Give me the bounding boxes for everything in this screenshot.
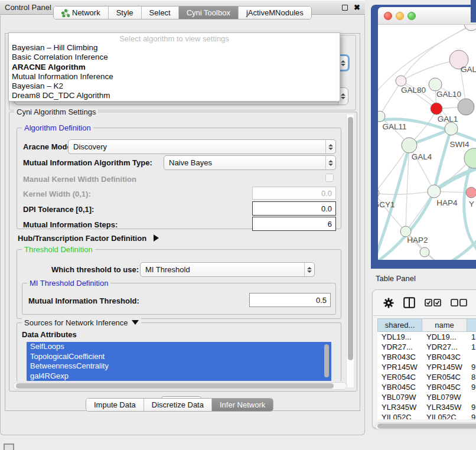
network-node[interactable]: [420, 247, 429, 257]
tab-label: Network: [72, 8, 100, 17]
network-node[interactable]: [402, 138, 417, 153]
combo-spinner-icon[interactable]: [304, 263, 314, 276]
tab-infer-network[interactable]: Infer Network: [212, 399, 273, 411]
which-threshold-combo[interactable]: MI Threshold: [140, 262, 315, 277]
table-hscrollbar[interactable]: [375, 422, 476, 430]
table-row[interactable]: YIL052CYIL052C9: [377, 412, 476, 419]
algorithm-option[interactable]: Dream8 DC_TDC Algorithm: [9, 91, 340, 100]
algorithm-definition-title: Algorithm Definition: [22, 123, 93, 132]
select-all-checkboxes-icon[interactable]: [425, 299, 441, 306]
node-label: GAL1: [438, 115, 458, 123]
table-cell: YBR045C: [422, 382, 467, 392]
dpi-tolerance-label: DPI Tolerance [0,1]:: [23, 205, 94, 214]
threshold-definition-box: Threshold Definition Which threshold to …: [17, 249, 341, 319]
close-traffic-light-icon[interactable]: [384, 12, 392, 20]
network-node[interactable]: [464, 148, 476, 168]
attribute-list-item[interactable]: gal4RGexp: [27, 371, 331, 381]
table-cell: [467, 352, 476, 362]
table-row[interactable]: YDR27...YDR27...12: [377, 342, 476, 352]
network-canvas[interactable]: GALGAL80GAL10GAL1GAL11SWI4GAL4HAP4YGCY1H…: [378, 25, 476, 260]
aracne-mode-combo[interactable]: Discovery: [68, 139, 336, 154]
node-label: HAP4: [436, 198, 458, 207]
dpi-tolerance-field[interactable]: 0.0: [252, 201, 336, 216]
attribute-list-item[interactable]: SelfLoops: [27, 342, 331, 352]
table-row[interactable]: YPR145WYPR145W9.: [377, 362, 476, 372]
attribute-list-item[interactable]: BetweennessCentrality: [27, 361, 331, 371]
tab-discretize-data[interactable]: Discretize Data: [144, 399, 212, 411]
settings-title: Cyni Algorithm Settings: [14, 107, 98, 116]
kernel-width-label: Kernel Width (0,1):: [23, 190, 91, 198]
collapse-arrow-icon[interactable]: [132, 320, 139, 325]
table-cell: YER054C: [422, 372, 467, 382]
network-window-titlebar[interactable]: [378, 7, 476, 25]
table-row[interactable]: YBL079WYBL079W: [377, 392, 476, 402]
table-cell: 9.: [467, 402, 476, 412]
network-node[interactable]: [445, 122, 458, 135]
hub-definition-expander[interactable]: Hub/Transcription Factor Definition: [18, 234, 159, 243]
table-row[interactable]: YDL19...YDL19...13: [377, 332, 476, 342]
network-node[interactable]: [429, 78, 442, 91]
network-node[interactable]: [431, 103, 442, 115]
algorithm-option[interactable]: Bayesian – Hill Climbing: [9, 43, 340, 53]
tab-network[interactable]: Network: [54, 6, 109, 19]
tab-select[interactable]: Select: [142, 6, 179, 19]
node-label: Y: [469, 200, 474, 208]
tab-impute-data[interactable]: Impute Data: [86, 399, 144, 411]
network-node[interactable]: [378, 188, 379, 198]
node-label: GCY1: [378, 200, 395, 209]
column-header[interactable]: name: [422, 318, 467, 332]
manual-kernel-checkbox[interactable]: [325, 174, 334, 182]
table-cell: 8.: [467, 372, 476, 382]
close-icon[interactable]: ✖: [354, 3, 360, 12]
mi-algorithm-type-combo[interactable]: Naive Bayes: [164, 155, 336, 170]
node-label: GAL80: [401, 86, 426, 94]
network-node[interactable]: [428, 185, 441, 198]
data-attributes-list[interactable]: SelfLoopsTopologicalCoefficientBetweenne…: [27, 342, 331, 381]
column-header[interactable]: [467, 318, 476, 332]
algorithm-option[interactable]: Mutual Information Inference: [9, 72, 340, 81]
table-cell: 9.: [467, 382, 476, 392]
network-node[interactable]: [458, 99, 474, 115]
tab-style[interactable]: Style: [109, 6, 142, 19]
tab-jactivemnodules[interactable]: jActiveMNodules: [239, 6, 311, 19]
node-label: GAL10: [436, 90, 461, 99]
attributes-scrollbar-thumb[interactable]: [324, 344, 329, 377]
node-label: HAP2: [407, 236, 428, 244]
network-node[interactable]: [464, 25, 476, 31]
table-cell: YDR27...: [422, 342, 467, 352]
table-row[interactable]: YBR045CYBR045C9.: [377, 382, 476, 392]
column-layout-icon[interactable]: [403, 297, 415, 308]
collapsed-panel-icon[interactable]: [4, 444, 14, 450]
table-row[interactable]: YLR345WYLR345W9.: [377, 402, 476, 412]
combo-spinner-icon[interactable]: [325, 140, 335, 154]
network-node[interactable]: [466, 187, 476, 198]
settings-hscrollbar[interactable]: [13, 382, 347, 390]
attribute-list-item[interactable]: TopologicalCoefficient: [27, 352, 331, 362]
zoom-traffic-light-icon[interactable]: [407, 12, 416, 20]
algorithm-option[interactable]: Basic Correlation Inference: [9, 53, 340, 62]
table-row[interactable]: YBR043CYBR043C: [377, 352, 476, 362]
settings-scrollbar-thumb[interactable]: [348, 117, 353, 360]
deselect-all-checkboxes-icon[interactable]: [451, 299, 467, 306]
table-hscrollbar-thumb[interactable]: [377, 423, 476, 429]
tab-cyni-toolbox[interactable]: Cyni Toolbox: [179, 6, 239, 19]
algorithm-option[interactable]: ARACNE Algorithm: [9, 63, 340, 72]
network-graph: GALGAL80GAL10GAL1GAL11SWI4GAL4HAP4YGCY1H…: [378, 25, 476, 260]
table-cell: YBL079W: [422, 392, 467, 402]
settings-scrollbar[interactable]: [346, 115, 354, 387]
float-window-icon[interactable]: [342, 5, 348, 11]
network-node-labels: GALGAL80GAL10GAL1GAL11SWI4GAL4HAP4YGCY1H…: [378, 65, 476, 244]
cyni-algorithm-settings: Cyni Algorithm Settings Algorithm Defini…: [9, 112, 357, 392]
gear-icon[interactable]: [383, 298, 394, 308]
mi-steps-field[interactable]: 6: [252, 217, 336, 231]
minimize-traffic-light-icon[interactable]: [396, 12, 404, 20]
table-row[interactable]: YER054CYER054C8.: [377, 372, 476, 382]
column-header[interactable]: shared...: [377, 318, 422, 332]
table-cell: YER054C: [377, 372, 422, 382]
kernel-width-field[interactable]: 0.0: [252, 187, 336, 200]
algorithm-option[interactable]: Bayesian – K2: [9, 81, 340, 91]
network-node[interactable]: [396, 76, 406, 86]
mi-threshold-field[interactable]: 0.5: [249, 293, 331, 307]
combo-spinner-icon[interactable]: [325, 156, 335, 169]
settings-hscrollbar-thumb[interactable]: [16, 383, 334, 389]
